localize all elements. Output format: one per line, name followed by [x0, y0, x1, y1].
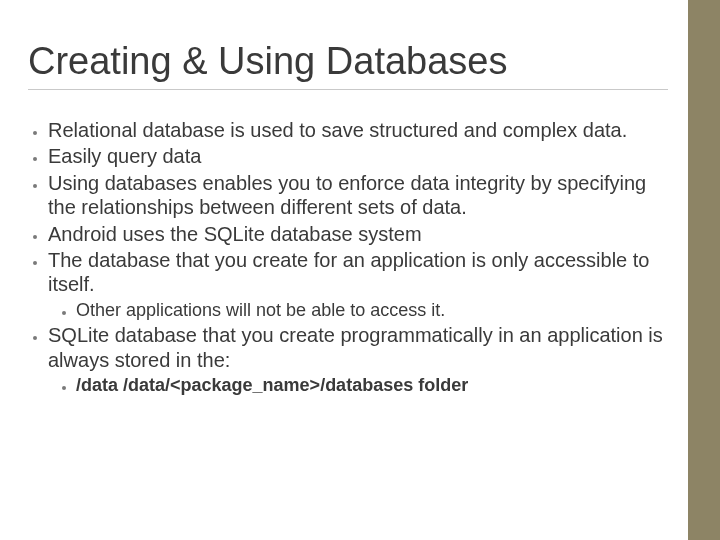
bullet-item: Using databases enables you to enforce d… [48, 171, 668, 220]
sidebar-accent [688, 0, 720, 540]
bullet-text: SQLite database that you create programm… [48, 324, 663, 370]
bullet-list: Relational database is used to save stru… [28, 118, 668, 397]
bullet-item: SQLite database that you create programm… [48, 323, 668, 396]
bullet-text: The database that you create for an appl… [48, 249, 649, 295]
sub-bullet-list: /data /data/<package_name>/databases fol… [48, 374, 668, 397]
bullet-item: Android uses the SQLite database system [48, 222, 668, 246]
sub-bullet-item: /data /data/<package_name>/databases fol… [76, 374, 668, 397]
sub-bullet-item: Other applications will not be able to a… [76, 299, 668, 322]
bullet-item: Relational database is used to save stru… [48, 118, 668, 142]
slide-content: Creating & Using Databases Relational da… [28, 40, 668, 399]
sub-bullet-list: Other applications will not be able to a… [48, 299, 668, 322]
bullet-item: The database that you create for an appl… [48, 248, 668, 321]
slide-title: Creating & Using Databases [28, 40, 668, 90]
bullet-item: Easily query data [48, 144, 668, 168]
